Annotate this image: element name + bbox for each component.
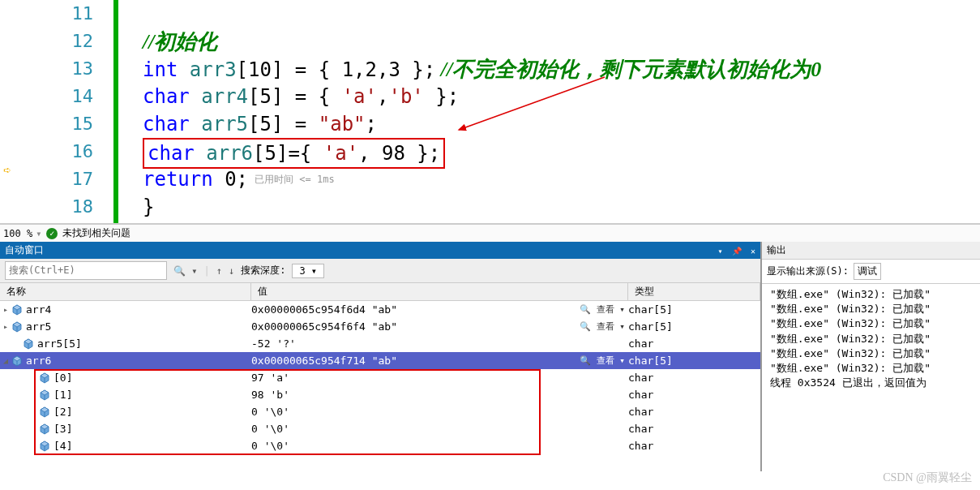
depth-select[interactable]: 3 ▾ [292,264,324,278]
pin-icon[interactable]: 📌 [732,247,742,256]
panel-controls: ▾ 📌 ✕ [714,245,755,256]
code-editor: ➪ 11 12 13 14 15 16 17 18 //初始化 int arr3… [0,0,980,224]
var-name: [2] [53,406,72,418]
tree-toggle-icon[interactable]: ◢ [0,356,11,365]
watermark: CSDN @雨翼轻尘 [883,471,972,485]
output-line: "数组.exe" (Win32): 已加载" [770,361,980,376]
code-line: char arr5[5] = "ab"; [143,110,980,138]
output-line: "数组.exe" (Win32): 已加载" [770,287,980,302]
view-button[interactable]: 🔍 查看 ▾ [580,320,625,333]
tree-toggle-icon[interactable]: ▸ [0,305,11,314]
code-line [143,0,980,28]
output-source-label: 显示输出来源(S): [767,264,849,278]
header-name[interactable]: 名称 [0,283,251,300]
line-gutter: 11 12 13 14 15 16 17 18 [0,0,113,223]
table-row[interactable]: [4]0 '\0'char [0,437,760,454]
var-name: arr5 [26,320,51,333]
object-icon [39,423,50,435]
table-row[interactable]: ▸arr40x00000065c954f6d4 "ab"🔍 查看 ▾char[5… [0,301,760,318]
line-number: 14 [0,83,93,110]
autos-rows: ▸arr40x00000065c954f6d4 "ab"🔍 查看 ▾char[5… [0,301,760,471]
var-value: 0 '\0' [251,423,289,435]
table-row[interactable]: [1]98 'b'char [0,386,760,403]
autos-panel: 自动窗口 ▾ 📌 ✕ 搜索(Ctrl+E) 🔍 ▾ | ↑ ↓ 搜索深度: 3 … [0,242,762,471]
object-icon [11,355,23,367]
var-name: arr6 [26,355,51,367]
var-name: [0] [53,372,72,384]
table-headers: 名称 值 类型 [0,283,760,301]
breakpoint-arrow-icon: ➪ [3,162,11,178]
header-value[interactable]: 值 [251,283,628,300]
code-area[interactable]: //初始化 int arr3[10] = { 1,2,3 }; //不完全初始化… [113,0,980,223]
output-source-select[interactable]: 调试 [854,263,881,280]
view-button[interactable]: 🔍 查看 ▾ [580,303,625,316]
table-row[interactable]: [2]0 '\0'char [0,403,760,420]
object-icon [39,389,50,401]
line-number: 18 [0,193,93,221]
autos-panel-title: 自动窗口 ▾ 📌 ✕ [0,242,760,259]
var-value: 0 '\0' [251,440,289,452]
table-row[interactable]: ◢arr60x00000065c954f714 "ab"🔍 查看 ▾char[5… [0,352,760,369]
var-value: -52 '?' [251,337,296,350]
line-number: 16 [0,138,93,165]
object-icon [11,321,23,333]
code-line: char arr4[5] = { 'a','b' }; [143,83,980,110]
output-line: 线程 0x3524 已退出，返回值为 [770,376,980,390]
output-title: 输出 [762,242,980,260]
table-row[interactable]: arr5[5]-52 '?'char [0,335,760,352]
tree-toggle-icon[interactable]: ▸ [0,322,11,331]
line-number: 11 [0,0,93,28]
var-type: char [628,389,760,401]
status-message: 未找到相关问题 [62,226,131,240]
dropdown-icon[interactable]: ▾ [717,247,722,256]
search-input[interactable]: 搜索(Ctrl+E) [5,261,167,280]
output-toolbar: 显示输出来源(S): 调试 [762,260,980,284]
object-icon [39,406,50,418]
line-number: 17 [0,165,93,193]
object-icon [39,372,50,384]
var-value: 98 'b' [251,389,289,401]
bottom-panels: 自动窗口 ▾ 📌 ✕ 搜索(Ctrl+E) 🔍 ▾ | ↑ ↓ 搜索深度: 3 … [0,242,980,471]
zoom-level[interactable]: 100 % [3,228,32,239]
output-body: "数组.exe" (Win32): 已加载""数组.exe" (Win32): … [762,284,980,471]
table-row[interactable]: [0]97 'a'char [0,369,760,386]
check-icon: ✓ [46,228,58,239]
code-line: return 0;已用时间 <= 1ms [143,165,980,193]
object-icon [39,441,50,452]
var-value: 0x00000065c954f714 "ab" [251,355,397,367]
code-line: int arr3[10] = { 1,2,3 }; //不完全初始化，剩下元素默… [143,55,980,83]
output-line: "数组.exe" (Win32): 已加载" [770,332,980,346]
search-icon[interactable]: 🔍 ▾ [173,265,197,277]
output-line: "数组.exe" (Win32): 已加载" [770,346,980,361]
object-icon [11,304,23,316]
var-type: char [628,406,760,418]
depth-label: 搜索深度: [241,264,285,277]
output-panel: 输出 显示输出来源(S): 调试 "数组.exe" (Win32): 已加载""… [762,242,980,471]
code-line: } [143,193,980,221]
var-type: char [628,440,760,452]
var-name: arr4 [26,303,51,316]
var-type: char [628,337,760,350]
editor-status-bar: 100 % ▾ ✓ 未找到相关问题 [0,224,980,242]
var-name: arr5[5] [37,337,82,350]
nav-down-icon[interactable]: ↓ [229,265,234,277]
highlighted-line: char arr6[5]={ 'a', 98 }; [143,138,445,169]
var-value: 0x00000065c954f6f4 "ab" [251,320,397,333]
output-line: "数组.exe" (Win32): 已加载" [770,316,980,331]
var-type: char[5] [628,355,760,367]
var-value: 0 '\0' [251,406,289,418]
table-row[interactable]: ▸arr50x00000065c954f6f4 "ab"🔍 查看 ▾char[5… [0,318,760,335]
var-name: [1] [53,389,72,401]
code-line: char arr6[5]={ 'a', 98 }; [143,138,980,165]
view-button[interactable]: 🔍 查看 ▾ [580,355,625,367]
zoom-dropdown-icon[interactable]: ▾ [36,228,41,239]
nav-up-icon[interactable]: ↑ [216,265,222,277]
code-line: //初始化 [143,28,980,55]
table-row[interactable]: [3]0 '\0'char [0,420,760,437]
var-value: 97 'a' [251,372,289,384]
var-name: [3] [53,423,72,435]
var-name: [4] [53,440,72,452]
close-icon[interactable]: ✕ [751,247,755,256]
header-type[interactable]: 类型 [628,283,760,300]
var-type: char [628,372,760,384]
